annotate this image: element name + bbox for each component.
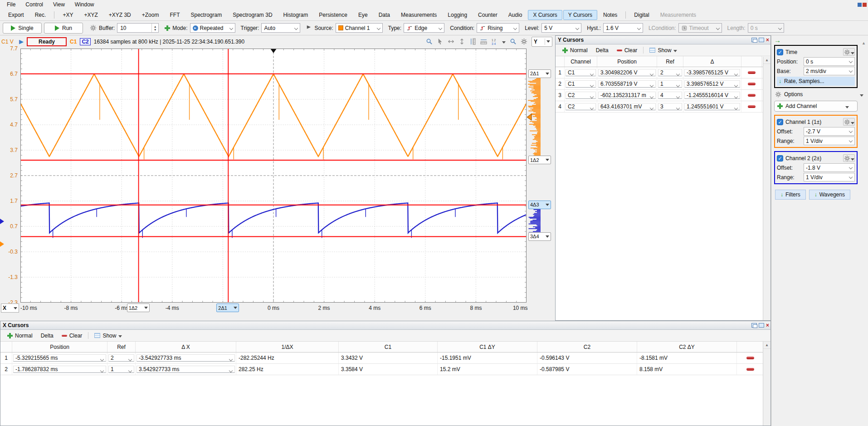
menu-item-window[interactable]: Window (70, 0, 99, 9)
cursor-ref-select[interactable]: 2 (108, 354, 134, 362)
x-cursors-header[interactable]: X Cursors × (0, 321, 770, 330)
tab-histogram[interactable]: Histogram (278, 10, 313, 20)
fit-width-icon[interactable] (448, 38, 454, 45)
float-panel-icon[interactable] (751, 38, 757, 42)
x-cursor-tag-1-2[interactable]: 1Δ2 (127, 304, 150, 312)
tab-zoom[interactable]: +Zoom (137, 10, 164, 20)
channel1-checkbox[interactable]: ✓ (777, 119, 783, 125)
channel2-zero-marker[interactable] (0, 219, 4, 224)
tab-notes[interactable]: Notes (598, 10, 622, 20)
cursor-delta-select[interactable]: 3.398576512 V (684, 80, 740, 88)
remove-cursor-button[interactable] (741, 90, 762, 101)
run-button[interactable]: Run (44, 23, 83, 34)
horizontal-ruler-icon[interactable] (480, 38, 487, 45)
cursor-ref-select[interactable]: 4 (658, 92, 682, 99)
single-button[interactable]: Single (3, 23, 42, 34)
add-channel-button[interactable]: Add Channel (774, 101, 858, 112)
channel1-badge[interactable]: C1 (70, 39, 77, 45)
cursor-ref-select[interactable]: 1 (658, 80, 682, 88)
fit-height-icon[interactable] (458, 38, 465, 45)
time-position-select[interactable]: 0 s (804, 57, 855, 66)
y-cursor-tag-3-4[interactable]: 3Δ4 (528, 232, 551, 241)
magnifier-icon[interactable] (510, 38, 517, 45)
channel2-range-select[interactable]: 1 V/div (804, 173, 855, 181)
float-panel-icon[interactable] (751, 323, 757, 328)
scope-plot[interactable] (20, 49, 527, 303)
y-cursor-tag-4-3[interactable]: 4Δ3 (528, 201, 551, 209)
cursor-channel-select[interactable]: C2 (566, 103, 596, 110)
vertical-ruler-icon[interactable] (469, 38, 476, 45)
chevron-down-icon[interactable] (502, 41, 506, 44)
cursor-position-select[interactable]: 643.4163701 mV (598, 103, 656, 110)
maximize-panel-icon[interactable] (759, 38, 764, 42)
channel-digits-icon[interactable] (491, 38, 498, 45)
collapse-arrow-icon[interactable]: → (774, 36, 781, 44)
cursor-delta-select[interactable]: -3.3985765125 V (684, 69, 740, 76)
maximize-panel-icon[interactable] (759, 323, 764, 328)
x-cursors-scrollbar[interactable]: ▲ (763, 342, 770, 426)
cursor-ref-select[interactable]: 3 (658, 103, 682, 110)
scroll-up-icon[interactable]: ▲ (763, 342, 770, 349)
options-row[interactable]: Options (775, 91, 863, 98)
remove-cursor-button[interactable] (741, 78, 762, 89)
cursor-channel-select[interactable]: C2 (566, 92, 596, 99)
tab-x-cursors[interactable]: X Cursors (528, 10, 562, 20)
time-gear-button[interactable] (843, 48, 855, 56)
zoom-in-icon[interactable] (426, 38, 433, 45)
tab-export[interactable]: Export (3, 10, 29, 20)
channel2-gear-button[interactable] (843, 154, 855, 162)
condition-select[interactable]: Rising (477, 23, 519, 33)
y-axis-selector[interactable]: Y (532, 37, 552, 47)
channel1-gear-button[interactable] (843, 118, 855, 126)
hyst-select[interactable]: 1.6 V (603, 23, 643, 33)
remove-cursor-button[interactable] (737, 364, 764, 375)
level-select[interactable]: 5 V (541, 23, 581, 33)
channel2-badge[interactable]: C2 (80, 38, 90, 45)
tab-measurements[interactable]: Measurements (396, 10, 442, 20)
cursor-position-select[interactable]: -1.786287832 ms (13, 366, 106, 373)
type-select[interactable]: Edge (404, 23, 444, 33)
cursor-ref-select[interactable]: 1 (108, 366, 134, 373)
x-axis-selector[interactable]: X (1, 304, 19, 313)
add-delta-cursor-button[interactable]: Delta (592, 46, 613, 55)
cursor-delta-select[interactable]: 1.245551601 V (684, 103, 740, 110)
tab-persistence[interactable]: Persistence (314, 10, 352, 20)
close-panel-icon[interactable]: × (766, 38, 769, 42)
x-cursor-tag-2-1[interactable]: 2Δ1 (216, 304, 239, 312)
cursor-position-select[interactable]: 6.703558719 V (598, 80, 656, 88)
add-normal-cursor-button[interactable]: Normal (3, 331, 37, 340)
channel2-checkbox[interactable]: ✓ (777, 155, 783, 162)
window-icon-blue[interactable] (858, 3, 862, 7)
tab-counter[interactable]: Counter (473, 10, 502, 20)
pointer-icon[interactable] (437, 38, 444, 45)
tab-fft[interactable]: FFT (165, 10, 185, 20)
remove-cursor-button[interactable] (737, 353, 764, 363)
scroll-up-icon[interactable]: ▲ (862, 41, 866, 45)
clear-cursors-button[interactable]: Clear (58, 331, 87, 340)
cursor-deltax-select[interactable]: -3.542927733 ms (137, 354, 235, 362)
cursor-channel-select[interactable]: C1 (566, 69, 596, 76)
tab-y-cursors[interactable]: Y Cursors (563, 10, 597, 20)
add-mode-icon[interactable] (165, 25, 170, 31)
remove-cursor-button[interactable] (741, 101, 762, 112)
filters-button[interactable]: ↓ Filters (775, 190, 806, 200)
cursor-deltax-select[interactable]: 3.542927733 ms (137, 366, 235, 373)
tab-rec[interactable]: Rec. (30, 10, 51, 20)
tab-audio[interactable]: Audio (503, 10, 527, 20)
tab-eye[interactable]: Eye (353, 10, 373, 20)
wavegens-button[interactable]: ↓ Wavegens (809, 190, 850, 200)
tab-data[interactable]: Data (374, 10, 395, 20)
channel1-zero-marker[interactable] (0, 241, 4, 247)
y-cursor-tag-1-2[interactable]: 1Δ2 (528, 156, 551, 164)
remove-cursor-button[interactable] (741, 67, 762, 78)
buffer-spinner[interactable]: 10 ▲▼ (117, 23, 159, 33)
channel1-offset-select[interactable]: -2.7 V (804, 127, 855, 136)
cursor-position-select[interactable]: -602.135231317 m (598, 92, 656, 99)
source-select[interactable]: Channel 1 (336, 23, 383, 33)
cursor-channel-select[interactable]: C1 (566, 80, 596, 88)
y-cursors-header[interactable]: Y Cursors × (556, 36, 770, 44)
trigger-select[interactable]: Auto (261, 23, 300, 33)
tab-xyz[interactable]: +XYZ (79, 10, 102, 20)
time-base-select[interactable]: 2 ms/div (804, 67, 855, 75)
y-cursors-scrollbar[interactable]: ▲ (763, 57, 770, 320)
